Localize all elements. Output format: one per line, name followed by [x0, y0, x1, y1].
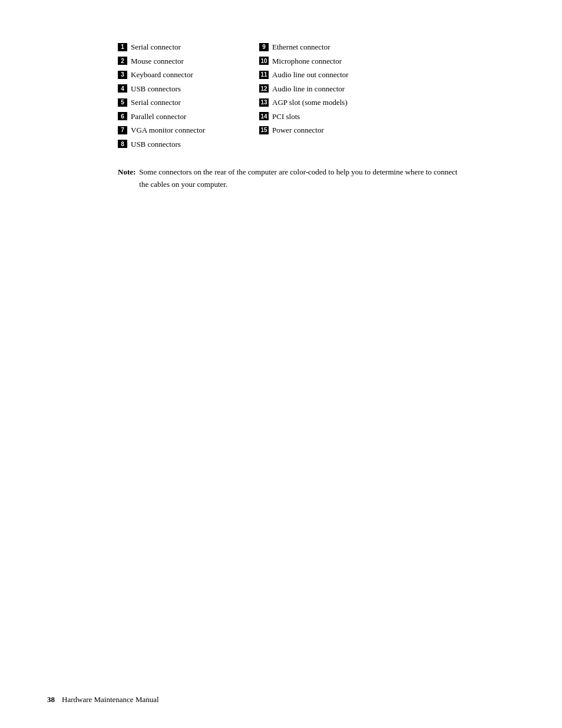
item-label: Ethernet connector — [272, 41, 330, 53]
list-item: 12Audio line in connector — [259, 83, 377, 95]
item-label: Parallel connector — [131, 111, 186, 123]
item-label: USB connectors — [131, 139, 181, 150]
note-label: Note: — [118, 166, 135, 191]
item-badge: 8 — [118, 140, 127, 148]
item-badge: 15 — [259, 126, 269, 134]
page: 1Serial connector2Mouse connector3Keyboa… — [0, 0, 562, 728]
item-label: Power connector — [272, 124, 324, 136]
item-label: Microphone connector — [272, 55, 342, 67]
item-label: Audio line out connector — [272, 69, 349, 81]
note-text: Some connectors on the rear of the compu… — [139, 166, 459, 191]
list-item: 9Ethernet connector — [259, 41, 377, 53]
footer-page-number: 38 — [47, 695, 55, 704]
note-section: Note: Some connectors on the rear of the… — [47, 166, 459, 191]
item-label: PCI slots — [272, 111, 300, 123]
item-badge: 12 — [259, 84, 269, 93]
item-badge: 14 — [259, 112, 269, 120]
connector-list-section: 1Serial connector2Mouse connector3Keyboa… — [47, 41, 515, 150]
item-badge: 1 — [118, 43, 127, 51]
item-badge: 2 — [118, 57, 127, 65]
footer-title: Hardware Maintenance Manual — [62, 695, 159, 704]
list-item: 3Keyboard connector — [118, 69, 236, 81]
footer: 38 Hardware Maintenance Manual — [47, 695, 159, 704]
list-item: 8USB connectors — [118, 139, 236, 150]
item-badge: 13 — [259, 98, 269, 107]
list-item: 13AGP slot (some models) — [259, 97, 377, 108]
item-badge: 9 — [259, 43, 269, 51]
item-label: USB connectors — [131, 83, 181, 95]
item-badge: 4 — [118, 84, 127, 93]
list-item: 15Power connector — [259, 124, 377, 136]
right-connector-column: 9Ethernet connector10Microphone connecto… — [259, 41, 377, 150]
item-label: Audio line in connector — [272, 83, 345, 95]
item-badge: 10 — [259, 57, 269, 65]
item-label: AGP slot (some models) — [272, 97, 348, 108]
list-item: 5Serial connector — [118, 97, 236, 108]
item-label: Keyboard connector — [131, 69, 193, 81]
item-badge: 11 — [259, 71, 269, 79]
item-badge: 7 — [118, 126, 127, 134]
list-item: 1Serial connector — [118, 41, 236, 53]
item-label: Serial connector — [131, 41, 181, 53]
item-badge: 5 — [118, 98, 127, 107]
item-label: Mouse connector — [131, 55, 184, 67]
list-item: 2Mouse connector — [118, 55, 236, 67]
list-item: 14PCI slots — [259, 111, 377, 123]
item-badge: 6 — [118, 112, 127, 120]
list-item: 4USB connectors — [118, 83, 236, 95]
list-item: 10Microphone connector — [259, 55, 377, 67]
list-item: 7VGA monitor connector — [118, 124, 236, 136]
left-connector-column: 1Serial connector2Mouse connector3Keyboa… — [118, 41, 236, 150]
item-badge: 3 — [118, 71, 127, 79]
item-label: VGA monitor connector — [131, 124, 205, 136]
list-item: 6Parallel connector — [118, 111, 236, 123]
item-label: Serial connector — [131, 97, 181, 108]
list-item: 11Audio line out connector — [259, 69, 377, 81]
